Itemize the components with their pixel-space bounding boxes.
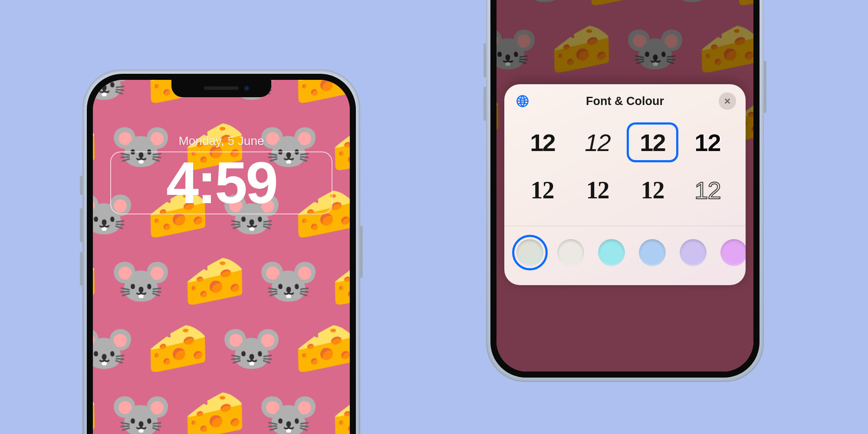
lockscreen-time: 4:59 [166,154,276,212]
font-option-sans-thin-italic[interactable]: 12 [572,122,623,162]
notch [171,80,271,97]
font-option-outline[interactable]: 12 [682,170,733,210]
close-button[interactable] [719,92,736,110]
phone-left: 🐭🧀🐭🧀🐭🧀🧀🐭🧀🐭🧀🐭🐭🧀🐭🧀🐭🧀🧀🐭🧀🐭🧀🐭🐭🧀🐭🧀🐭🧀🧀🐭🧀🐭🧀🐭🐭🧀🐭🧀… [82,69,360,434]
font-option-serif-black[interactable]: 12 [572,170,623,210]
panel-header: Font & Colour [504,84,746,118]
colour-swatch-1[interactable] [516,239,543,266]
colour-swatch-row[interactable] [504,226,746,285]
lockscreen: 🐭🧀🐭🧀🐭🧀🧀🐭🧀🐭🧀🐭🐭🧀🐭🧀🐭🧀🧀🐭🧀🐭🧀🐭🐭🧀🐭🧀🐭🧀🧀🐭🧀🐭🧀🐭🐭🧀🐭🧀… [93,80,350,434]
phone-bezel: 🐭🧀🐭🧀🐭🧀🧀🐭🧀🐭🧀🐭🐭🧀🐭🧀🐭🧀🧀🐭🧀🐭🧀🐭 F [490,0,760,378]
font-option-serif-classic[interactable]: 12 [516,170,568,210]
colour-swatch-5[interactable] [680,239,707,266]
font-colour-panel: Font & Colour 1212121212121212 [504,84,746,285]
colour-swatch-3[interactable] [598,239,625,266]
font-option-sans-bold[interactable]: 12 [516,122,568,162]
phone-right: 🐭🧀🐭🧀🐭🧀🧀🐭🧀🐭🧀🐭🐭🧀🐭🧀🐭🧀🧀🐭🧀🐭🧀🐭 F [486,0,764,382]
lockscreen-time-selection[interactable]: 4:59 [110,151,332,214]
font-options-grid: 1212121212121212 [504,118,746,226]
font-option-rounded[interactable]: 12 [627,122,678,162]
lockscreen-date: Monday, 5 June [93,134,350,148]
colour-swatch-4[interactable] [639,239,666,266]
globe-button[interactable] [515,93,530,109]
colour-swatch-6[interactable] [720,239,746,266]
font-option-didone[interactable]: 12 [627,170,678,210]
emoji-wallpaper: 🐭🧀🐭🧀🐭🧀🧀🐭🧀🐭🧀🐭🐭🧀🐭🧀🐭🧀🧀🐭🧀🐭🧀🐭🐭🧀🐭🧀🐭🧀🧀🐭🧀🐭🧀🐭🐭🧀🐭🧀… [93,80,350,434]
font-option-stencil[interactable]: 12 [682,122,733,162]
colour-swatch-2[interactable] [557,239,584,266]
panel-title: Font & Colour [586,95,664,108]
phone-bezel: 🐭🧀🐭🧀🐭🧀🧀🐭🧀🐭🧀🐭🐭🧀🐭🧀🐭🧀🧀🐭🧀🐭🧀🐭🐭🧀🐭🧀🐭🧀🧀🐭🧀🐭🧀🐭🐭🧀🐭🧀… [87,74,356,434]
font-colour-screen: 🐭🧀🐭🧀🐭🧀🧀🐭🧀🐭🧀🐭🐭🧀🐭🧀🐭🧀🧀🐭🧀🐭🧀🐭 F [496,0,753,372]
